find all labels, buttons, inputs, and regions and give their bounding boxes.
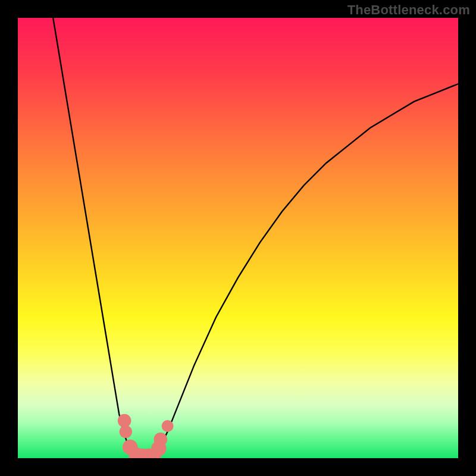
chart-frame: TheBottleneck.com — [0, 0, 476, 476]
data-marker — [162, 420, 174, 432]
curve-left — [53, 18, 137, 458]
data-marker — [118, 414, 131, 428]
data-marker — [154, 433, 168, 446]
plot-area — [18, 18, 458, 458]
curve-right — [154, 84, 458, 458]
data-marker — [120, 425, 132, 438]
curve-layer — [18, 18, 458, 458]
watermark-text: TheBottleneck.com — [347, 2, 470, 18]
curve-markers — [118, 414, 174, 458]
